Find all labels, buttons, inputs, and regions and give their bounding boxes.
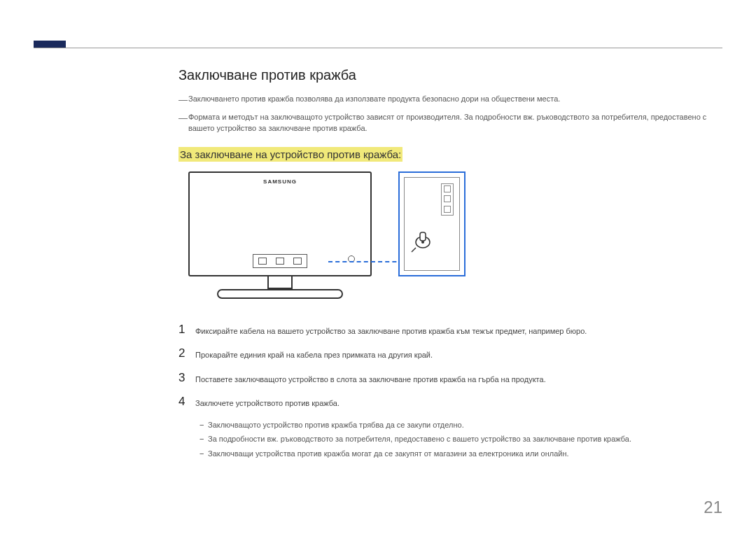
svg-rect-1	[420, 232, 426, 241]
intro-note-1-text: Заключването против кражба позволява да …	[188, 93, 724, 105]
port-icon	[258, 258, 267, 265]
sub-note-1: ‒ Заключващото устройство против кражба …	[195, 419, 724, 431]
figure-area: SAMSUNG	[178, 171, 724, 310]
port-icon	[444, 206, 451, 213]
dash-icon: ―	[178, 93, 188, 107]
intro-note-2: ― Формата и методът на заключващото устр…	[178, 111, 724, 134]
header-rule	[34, 48, 722, 48]
port-icon	[444, 195, 451, 202]
steps-list: 1 Фиксирайте кабела на вашето устройство…	[178, 323, 724, 409]
intro-note-2-text: Формата и методът на заключващото устрой…	[188, 111, 724, 134]
step-number: 3	[178, 371, 195, 385]
dash-icon: ‒	[195, 433, 208, 444]
detail-inner	[404, 177, 460, 271]
stand-base	[217, 289, 343, 299]
dash-icon: ‒	[195, 448, 208, 458]
page: Заключване против кражба ― Заключването …	[0, 0, 756, 534]
sub-notes: ‒ Заключващото устройство против кражба …	[195, 419, 724, 460]
monitor-rear-illustration: SAMSUNG	[178, 171, 382, 310]
sub-note-text: За подробности вж. ръководството за потр…	[208, 433, 724, 445]
step-number: 4	[178, 395, 195, 409]
sub-section-title: За заключване на устройство против кражб…	[178, 147, 402, 162]
step-2: 2 Прокарайте единия край на кабела през …	[178, 346, 724, 361]
content-area: Заключване против кражба ― Заключването …	[178, 67, 724, 462]
step-3: 3 Поставете заключващото устройство в сл…	[178, 371, 724, 386]
step-text: Заключете устройството против кражба.	[195, 395, 724, 409]
step-number: 2	[178, 346, 195, 360]
kensington-lock-icon	[410, 228, 435, 253]
step-number: 1	[178, 323, 195, 337]
sub-note-text: Заключващото устройство против кражба тр…	[208, 419, 724, 431]
stand-neck	[267, 276, 293, 289]
step-4: 4 Заключете устройството против кражба.	[178, 395, 724, 409]
detail-port-strip	[441, 183, 454, 216]
port-icon	[276, 258, 284, 265]
step-text: Прокарайте единия край на кабела през пр…	[195, 346, 724, 361]
step-text: Фиксирайте кабела на вашето устройство з…	[195, 323, 724, 337]
lock-detail-illustration	[398, 171, 465, 276]
sub-note-2: ‒ За подробности вж. ръководството за по…	[195, 433, 724, 445]
header-tab-mark	[34, 41, 66, 48]
port-icon	[444, 185, 451, 192]
sub-note-3: ‒ Заключващи устройства против кражба мо…	[195, 448, 724, 460]
step-1: 1 Фиксирайте кабела на вашето устройство…	[178, 323, 724, 337]
dash-icon: ―	[178, 111, 188, 125]
svg-point-2	[421, 241, 424, 244]
port-icon	[293, 258, 302, 265]
section-title: Заключване против кражба	[178, 67, 724, 83]
port-panel	[253, 254, 307, 268]
brand-label: SAMSUNG	[263, 178, 297, 185]
page-number: 21	[704, 498, 722, 517]
intro-note-1: ― Заключването против кражба позволява д…	[178, 93, 724, 107]
dash-icon: ‒	[195, 419, 208, 430]
step-text: Поставете заключващото устройство в слот…	[195, 371, 724, 386]
sub-note-text: Заключващи устройства против кражба мога…	[208, 448, 724, 460]
